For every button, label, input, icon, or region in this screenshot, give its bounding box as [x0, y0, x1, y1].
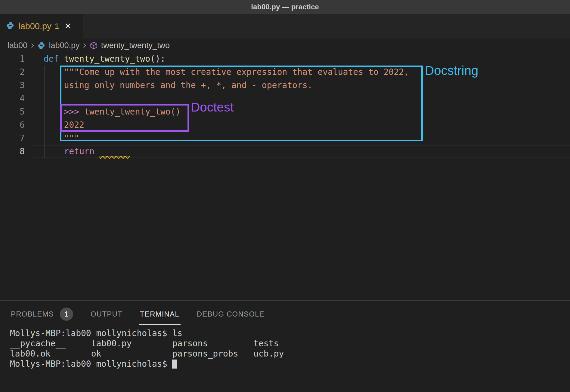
cube-symbol-icon — [90, 41, 98, 50]
breadcrumb-item-lab00-py[interactable]: lab00.py — [49, 41, 79, 50]
docstring-close-quotes: """ — [44, 133, 79, 143]
indent-guide — [44, 66, 45, 158]
window-title: lab00.py — practice — [251, 3, 319, 11]
docstring-text: """Come up with the most creative expres… — [44, 67, 409, 77]
punctuation: (): — [150, 54, 166, 64]
breadcrumb-item-symbol[interactable]: twenty_twenty_two — [101, 41, 170, 50]
function-name: twenty_twenty_two — [64, 54, 150, 64]
docstring-text: using only numbers and the +, *, and - o… — [44, 80, 312, 90]
close-icon[interactable]: ✕ — [64, 21, 71, 31]
chevron-right-icon: › — [31, 39, 34, 50]
terminal-cursor — [172, 360, 177, 369]
vscode-window: lab00.py — practice lab00.py 1 ✕ lab00 ›… — [0, 0, 570, 392]
terminal[interactable]: Mollys-MBP:lab00 mollynicholas$ ls __pyc… — [10, 328, 284, 369]
active-tab-underline — [139, 324, 181, 325]
window-title-bar: lab00.py — practice — [0, 0, 570, 14]
python-icon — [6, 21, 14, 31]
line-number: 1 — [0, 52, 25, 66]
blank-with-warning-squiggle: ______ — [99, 146, 130, 156]
line-number: 6 — [0, 118, 25, 132]
code-line-6: 6 2022 — [0, 118, 570, 132]
tab-problems[interactable]: PROBLEMS 1 — [11, 308, 73, 321]
python-icon — [37, 41, 45, 50]
line-number: 4 — [0, 92, 25, 105]
keyword-def: def — [44, 54, 64, 64]
terminal-line: Mollys-MBP:lab00 mollynicholas$ — [10, 359, 284, 369]
tab-terminal[interactable]: TERMINAL — [140, 310, 179, 318]
code-editor[interactable]: 1 def twenty_twenty_two(): 2 """Come up … — [0, 52, 570, 158]
tab-lab00-py[interactable]: lab00.py 1 ✕ — [0, 14, 83, 38]
panel-tab-bar: PROBLEMS 1 OUTPUT TERMINAL DEBUG CONSOLE — [0, 301, 265, 328]
code-line-4: 4 — [0, 92, 570, 105]
tab-problem-count-badge: 1 — [55, 22, 59, 31]
terminal-line: lab00.ok ok parsons_probs ucb.py — [10, 349, 284, 359]
code-line-7: 7 """ — [0, 132, 570, 145]
breadcrumb-item-lab00[interactable]: lab00 — [8, 41, 27, 50]
chevron-right-icon: › — [83, 39, 86, 50]
tab-debug-console[interactable]: DEBUG CONSOLE — [197, 310, 265, 318]
line-number: 3 — [0, 79, 25, 92]
line-number: 5 — [0, 105, 25, 118]
tab-label: lab00.py — [18, 21, 51, 31]
doctest-call: twenty_twenty_two() — [84, 107, 181, 117]
line-number: 2 — [0, 66, 25, 79]
line-number: 7 — [0, 132, 25, 145]
code-line-2: 2 """Come up with the most creative expr… — [0, 66, 570, 79]
terminal-line: __pycache__ lab00.py parsons tests — [10, 338, 284, 349]
editor-tab-strip: lab00.py 1 ✕ — [0, 14, 570, 38]
line-number: 8 — [0, 145, 25, 158]
problems-count-badge: 1 — [60, 308, 73, 321]
code-line-8: 8 return ______ — [0, 145, 570, 158]
doctest-prompt: >>> — [44, 107, 84, 117]
code-line-3: 3 using only numbers and the +, *, and -… — [0, 79, 570, 92]
terminal-line: Mollys-MBP:lab00 mollynicholas$ ls — [10, 328, 284, 338]
code-line-5: 5 >>> twenty_twenty_two() — [0, 105, 570, 118]
tab-output[interactable]: OUTPUT — [91, 310, 122, 318]
code-line-1: 1 def twenty_twenty_two(): — [0, 52, 570, 66]
doctest-expected-output: 2022 — [44, 120, 84, 130]
breadcrumb: lab00 › lab00.py › twenty_twenty_two — [0, 38, 170, 52]
keyword-return: return — [44, 146, 99, 156]
